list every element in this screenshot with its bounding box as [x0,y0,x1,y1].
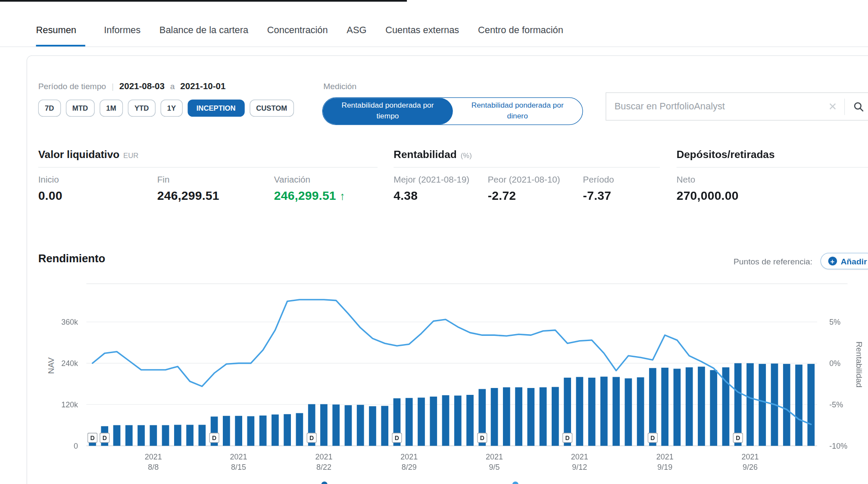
toggle-time-weighted-line1: Rentabilidad ponderada por [341,101,434,111]
search-box: ✕ [606,93,868,121]
toggle-time-weighted[interactable]: Rentabilidad ponderada por tiempo [323,98,453,124]
plus-icon: + [828,257,837,266]
page: Resumen Informes Balance de la cartera C… [0,0,868,484]
period-end-date: 2021-10-01 [180,81,225,91]
tab-concentracion[interactable]: Concentración [267,25,328,47]
stat-inicio: Inicio 0.00 [38,175,157,203]
benchmarks-row: Puntos de referencia: + Añadir [734,253,868,270]
range-button-1m[interactable]: 1M [100,99,123,117]
performance-chart[interactable]: DDDDDDDDD360k240k120k05%0%-5%-10%20218/8… [34,276,864,484]
stat-periodo: Período -7.37 [583,175,614,203]
svg-text:2021: 2021 [145,453,162,461]
tab-centro-formacion[interactable]: Centro de formación [478,25,563,47]
benchmarks-label: Puntos de referencia: [734,256,812,266]
search-icon[interactable] [845,101,868,112]
svg-text:5%: 5% [829,318,840,326]
range-button-custom[interactable]: CUSTOM [250,99,294,117]
svg-text:D: D [480,434,484,441]
svg-text:360k: 360k [61,318,78,326]
returns-stats-unit: (%) [461,152,472,160]
deposits-stats-title: Depósitos/retiradas [677,149,775,161]
nav-stats-title: Valor liquidativo [38,149,120,161]
tab-resumen[interactable]: Resumen [36,25,85,47]
stat-fin: Fin 246,299.51 [157,175,274,203]
stat-mejor: Mejor (2021-08-19) 4.38 [393,175,487,203]
tab-asg[interactable]: ASG [347,25,366,47]
svg-text:240k: 240k [61,359,78,368]
returns-stats-group: Rentabilidad (%) Mejor (2021-08-19) 4.38… [393,149,660,203]
stat-neto: Neto 270,000.00 [677,175,739,203]
period-separator: a [170,81,175,91]
performance-title: Rendimiento [38,252,106,265]
range-button-inception[interactable]: INCEPTION [187,99,244,117]
add-benchmark-button[interactable]: + Añadir [820,253,868,270]
divider [677,167,868,168]
up-arrow-icon: ↑ [340,190,345,202]
toggle-time-weighted-line2: tiempo [376,111,399,121]
svg-text:8/22: 8/22 [316,463,331,472]
measure-toggle: Rentabilidad ponderada por tiempo Rentab… [322,97,583,125]
range-button-ytd[interactable]: YTD [128,99,156,117]
period-row: Período de tiempo | 2021-08-03 a 2021-10… [38,81,226,91]
svg-text:9/12: 9/12 [572,463,587,472]
nav-stats-group: Valor liquidativo EUR Inicio 0.00 Fin 24… [38,149,378,203]
period-label: Período de tiempo [38,81,106,91]
nav-stats-unit: EUR [123,152,138,160]
svg-text:-5%: -5% [829,400,843,409]
svg-text:9/5: 9/5 [489,463,500,472]
svg-text:120k: 120k [61,400,78,409]
toggle-money-weighted-line1: Rentabilidad ponderada por [471,101,564,111]
range-button-1y[interactable]: 1Y [160,99,182,117]
stat-peor: Peor (2021-08-10) -2.72 [488,175,583,203]
svg-text:D: D [650,434,655,441]
svg-text:D: D [212,434,216,441]
svg-text:9/26: 9/26 [743,463,758,472]
divider: | [112,81,114,91]
range-button-mtd[interactable]: MTD [66,99,94,117]
svg-text:D: D [736,434,740,441]
svg-text:0: 0 [74,442,78,450]
stat-variacion: Variación 246,299.51 ↑ [274,175,345,203]
svg-text:2021: 2021 [315,453,332,461]
date-range-buttons: 7D MTD 1M YTD 1Y INCEPTION CUSTOM [38,99,294,117]
toggle-money-weighted-line2: dinero [507,111,528,121]
svg-text:2021: 2021 [742,453,759,461]
svg-text:D: D [565,434,570,441]
measure-label: Medición [323,81,356,91]
svg-text:2021: 2021 [486,453,503,461]
top-header-remnant [0,0,407,2]
svg-text:0%: 0% [829,359,840,368]
svg-text:2021: 2021 [571,453,588,461]
toggle-money-weighted[interactable]: Rentabilidad ponderada por dinero [453,98,582,124]
tab-cuentas-externas[interactable]: Cuentas externas [385,25,459,47]
main-tabs: Resumen Informes Balance de la cartera C… [0,0,868,47]
svg-text:D: D [90,434,94,441]
svg-text:NAV: NAV [47,357,56,374]
svg-text:2021: 2021 [656,453,674,461]
svg-text:9/19: 9/19 [657,463,672,472]
range-button-7d[interactable]: 7D [38,99,61,117]
svg-text:8/29: 8/29 [402,463,417,472]
clear-icon[interactable]: ✕ [821,100,844,113]
svg-text:2021: 2021 [400,453,418,461]
svg-text:-10%: -10% [829,442,847,450]
svg-text:Rentabilidad: Rentabilidad [855,341,864,388]
divider [393,167,660,168]
tab-informes[interactable]: Informes [104,25,141,47]
period-start-date: 2021-08-03 [119,81,165,91]
tab-balance-cartera[interactable]: Balance de la cartera [159,25,248,47]
svg-text:D: D [103,434,107,441]
svg-text:8/8: 8/8 [148,463,159,472]
divider [38,167,378,168]
deposits-stats-group: Depósitos/retiradas Neto 270,000.00 [677,149,868,203]
svg-text:D: D [395,434,399,441]
search-input[interactable] [606,93,821,120]
summary-card: Período de tiempo | 2021-08-03 a 2021-10… [27,55,868,484]
returns-stats-title: Rentabilidad [393,149,456,161]
svg-text:D: D [309,434,314,441]
svg-text:8/15: 8/15 [231,463,246,472]
svg-text:2021: 2021 [230,453,247,461]
